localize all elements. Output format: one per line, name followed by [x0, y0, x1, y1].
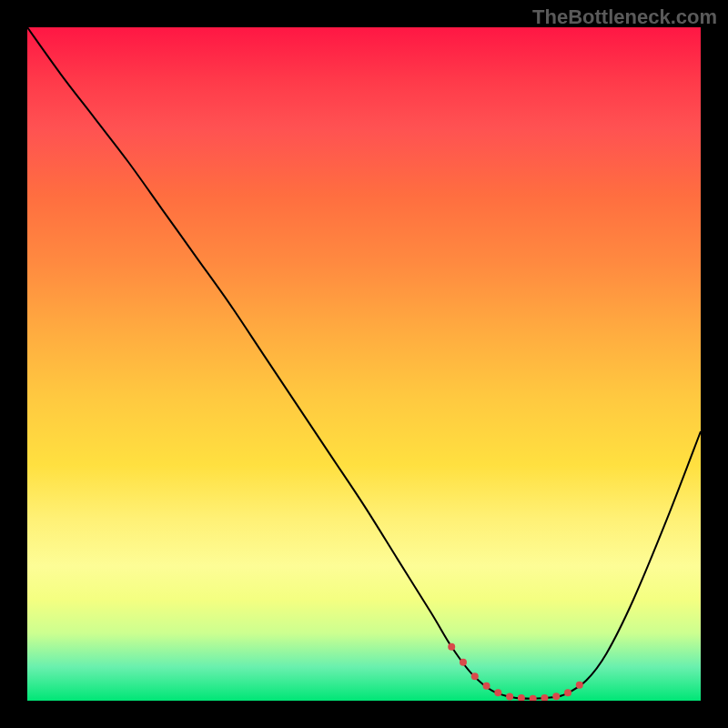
- marker-dot: [460, 659, 467, 666]
- watermark-text: TheBottleneck.com: [532, 5, 717, 29]
- marker-dot: [483, 682, 490, 690]
- marker-dot: [564, 689, 571, 696]
- marker-dot: [576, 682, 583, 689]
- chart-svg-layer: [27, 27, 701, 701]
- chart-plot-area: [27, 27, 701, 701]
- marker-dot: [530, 695, 537, 701]
- marker-dot: [448, 643, 455, 651]
- bottleneck-curve: [27, 27, 701, 699]
- marker-dot: [506, 693, 513, 700]
- marker-dot: [494, 689, 501, 696]
- marker-dot: [471, 672, 479, 680]
- marker-dot: [518, 694, 525, 701]
- curve-minimum-markers: [448, 643, 583, 701]
- marker-dot: [541, 694, 548, 701]
- marker-dot: [552, 693, 560, 700]
